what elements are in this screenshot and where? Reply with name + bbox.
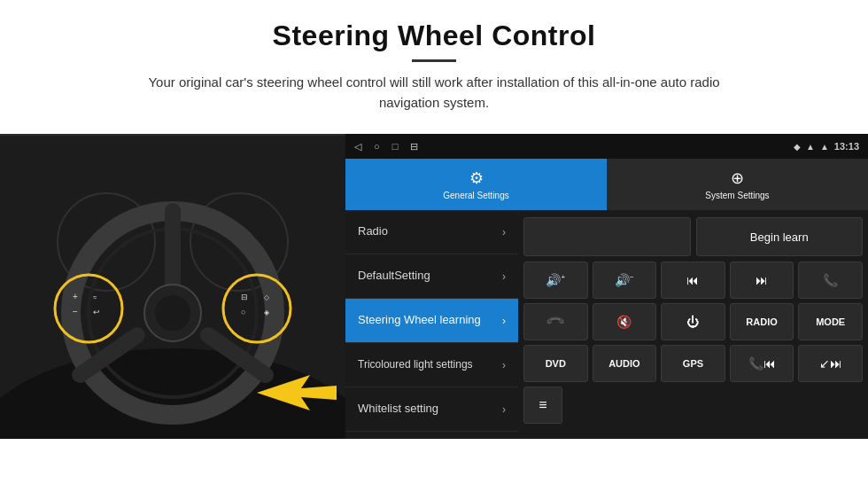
signal-icon: ▲ (820, 142, 829, 152)
svg-text:○: ○ (241, 308, 245, 316)
status-bar: ◁ ○ □ ⊟ ◆ ▲ ▲ 13:13 (345, 134, 868, 159)
prev-track-button[interactable]: ⏮ (661, 262, 725, 299)
controls-row-1: 🔊+ 🔊− ⏮ ⏭ 📞 (523, 262, 863, 299)
call-next-icon: ↙⏭ (819, 356, 842, 371)
gps-label: GPS (683, 358, 703, 369)
chevron-right-icon-2: › (502, 270, 506, 283)
mode-button[interactable]: MODE (798, 303, 863, 340)
controls-row-4: ≡ (523, 387, 863, 424)
power-button[interactable]: ⏻ (661, 303, 725, 340)
menu-item-radio[interactable]: Radio › (345, 210, 518, 254)
system-settings-icon: ⊕ (731, 168, 744, 188)
page-title: Steering Wheel Control (53, 20, 815, 52)
status-bar-right: ◆ ▲ ▲ 13:13 (794, 141, 859, 152)
mute-button[interactable]: 🔇 (593, 303, 657, 340)
title-divider (412, 59, 456, 62)
chevron-right-icon-4: › (502, 359, 506, 371)
call-button[interactable]: 📞 (798, 262, 863, 299)
tab-general-label: General Settings (443, 191, 509, 200)
menu-icon: ⊟ (410, 141, 418, 152)
mode-label: MODE (816, 316, 845, 327)
menu-item-whitelist[interactable]: Whitelist setting › (345, 387, 518, 432)
svg-text:◇: ◇ (264, 293, 270, 301)
recents-icon: □ (392, 141, 399, 152)
next-track-icon: ⏭ (756, 273, 768, 287)
svg-text:+: + (73, 292, 78, 301)
controls-row-2: 📞 🔇 ⏻ RADIO MODE (523, 303, 863, 340)
end-call-icon: 📞 (546, 311, 566, 332)
vol-up-button[interactable]: 🔊+ (523, 262, 588, 299)
menu-section: Radio › DefaultSetting › Steering Wheel … (345, 210, 518, 439)
tab-bar: ⚙ General Settings ⊕ System Settings (345, 159, 868, 210)
svg-text:⊟: ⊟ (241, 293, 248, 301)
location-icon: ◆ (794, 142, 801, 152)
page-subtitle: Your original car's steering wheel contr… (124, 73, 744, 113)
next-track-button[interactable]: ⏭ (730, 262, 794, 299)
prev-track-icon: ⏮ (686, 273, 699, 287)
mute-icon: 🔇 (616, 315, 632, 329)
menu-grid-icon: ≡ (539, 397, 546, 413)
tab-system-settings[interactable]: ⊕ System Settings (607, 159, 868, 210)
svg-point-10 (155, 295, 190, 331)
menu-item-whitelist-label: Whitelist setting (358, 402, 497, 417)
menu-item-radio-label: Radio (358, 224, 497, 239)
audio-button[interactable]: AUDIO (593, 345, 657, 382)
controls-top-row: Begin learn (523, 217, 863, 256)
content-area: + ≈ − ↩ ⊟ ◇ ○ ◈ ◁ ○ □ ⊟ ◆ (0, 134, 868, 439)
page-header: Steering Wheel Control Your original car… (0, 0, 868, 121)
steering-wheel-section: + ≈ − ↩ ⊟ ◇ ○ ◈ (0, 134, 345, 439)
call-prev-icon: 📞⏮ (748, 356, 776, 371)
menu-grid-button[interactable]: ≡ (523, 387, 562, 424)
call-next-button[interactable]: ↙⏭ (798, 345, 863, 382)
general-settings-icon: ⚙ (469, 168, 484, 188)
empty-input-box (523, 217, 691, 256)
menu-item-tricoloured-label: Tricoloured light settings (358, 358, 497, 372)
power-icon: ⏻ (686, 315, 699, 329)
vol-down-button[interactable]: 🔊− (593, 262, 657, 299)
status-bar-left: ◁ ○ □ ⊟ (354, 141, 418, 152)
audio-label: AUDIO (608, 358, 639, 369)
main-panel: Radio › DefaultSetting › Steering Wheel … (345, 210, 868, 439)
svg-text:◈: ◈ (264, 309, 270, 316)
chevron-right-icon-5: › (502, 403, 506, 416)
menu-item-steering-label: Steering Wheel learning (358, 313, 497, 328)
back-call-button[interactable]: 📞 (523, 303, 588, 340)
menu-item-defaultsetting[interactable]: DefaultSetting › (345, 254, 518, 299)
tab-system-label: System Settings (705, 191, 769, 200)
radio-button[interactable]: RADIO (730, 303, 794, 340)
chevron-right-icon: › (502, 226, 506, 238)
call-prev-button[interactable]: 📞⏮ (730, 345, 794, 382)
menu-item-steering-wheel[interactable]: Steering Wheel learning › (345, 299, 518, 343)
dvd-button[interactable]: DVD (523, 345, 588, 382)
gps-button[interactable]: GPS (661, 345, 725, 382)
svg-text:↩: ↩ (93, 308, 100, 316)
vol-up-icon: 🔊+ (546, 273, 565, 287)
svg-text:≈: ≈ (93, 293, 97, 301)
chevron-right-icon-3: › (502, 315, 506, 327)
begin-learn-button[interactable]: Begin learn (696, 217, 864, 256)
menu-item-tricoloured[interactable]: Tricoloured light settings › (345, 343, 518, 387)
time-display: 13:13 (834, 141, 859, 152)
phone-icon: 📞 (823, 273, 838, 287)
back-icon: ◁ (354, 141, 361, 152)
android-ui: ◁ ○ □ ⊟ ◆ ▲ ▲ 13:13 ⚙ General Settings ⊕… (345, 134, 868, 439)
menu-item-default-label: DefaultSetting (358, 269, 497, 284)
radio-label: RADIO (746, 316, 777, 327)
dvd-label: DVD (546, 358, 566, 369)
controls-row-3: DVD AUDIO GPS 📞⏮ ↙⏭ (523, 345, 863, 382)
vol-down-icon: 🔊− (615, 273, 634, 287)
wifi-icon: ▲ (806, 142, 815, 152)
tab-general-settings[interactable]: ⚙ General Settings (345, 159, 607, 210)
home-icon: ○ (374, 141, 380, 152)
controls-section: Begin learn 🔊+ 🔊− ⏮ ⏭ (518, 210, 868, 439)
svg-text:−: − (73, 307, 78, 316)
